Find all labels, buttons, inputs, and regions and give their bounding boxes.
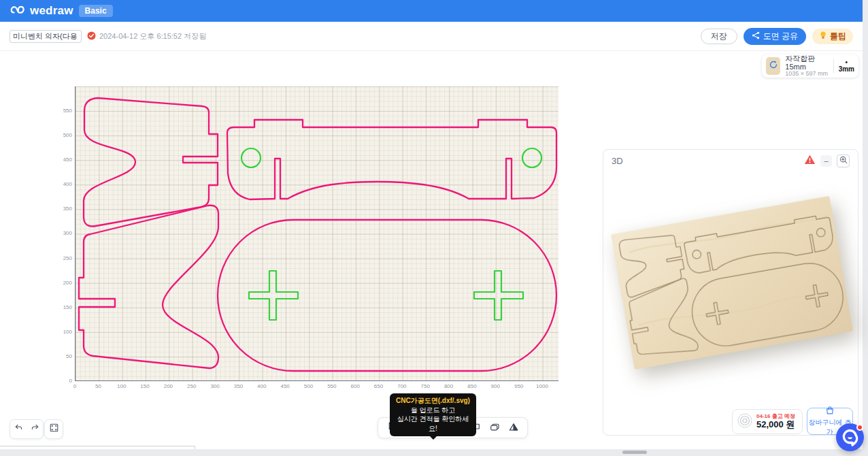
file-bar: 2024-04-12 오후 6:15:52 저장됨 저장 도면 공유 툴팁 [0, 22, 863, 51]
change-material-icon [769, 60, 778, 72]
saved-at-text: 2024-04-12 오후 6:15:52 저장됨 [99, 31, 206, 42]
board-icon [488, 421, 501, 436]
divider [833, 59, 834, 74]
y-tick-label: 0 [57, 378, 72, 384]
horizontal-scrollbar[interactable] [622, 451, 647, 454]
mirror-tool[interactable] [505, 420, 522, 436]
upload-tooltip: CNC가공도면(.dxf/.svg)을 업로드 하고 실시간 견적을 확인하세요… [390, 393, 476, 436]
tips-button-label: 툴팁 [830, 31, 846, 42]
y-tick-label: 350 [57, 206, 72, 212]
viewer-3d-panel: 3D – [603, 149, 858, 436]
brand[interactable]: wedraw [10, 3, 73, 19]
filename-input[interactable] [10, 30, 82, 43]
y-tick-label: 300 [57, 230, 72, 236]
tooltip-line2: 실시간 견적을 확인하세요! [397, 415, 469, 432]
y-tick-label: 50 [57, 353, 72, 359]
mirror-icon [507, 421, 520, 436]
chat-smile-icon [841, 428, 858, 449]
tips-button[interactable]: 툴팁 [812, 29, 853, 44]
shopping-bag-icon [825, 406, 835, 417]
share-icon [752, 31, 760, 42]
plywood-rings-icon [737, 413, 752, 431]
brand-name: wedraw [30, 4, 73, 18]
x-axis-labels: 0501001502002503003504004505005506006507… [75, 383, 559, 391]
chat-widget-button[interactable] [836, 423, 864, 451]
y-tick-label: 100 [57, 329, 72, 335]
bit-thickness-value: 3mm [839, 66, 854, 73]
lightbulb-icon [819, 31, 827, 42]
share-button-label: 도면 공유 [763, 31, 798, 42]
x-tick-label: 850 [467, 383, 476, 389]
y-tick-label: 550 [57, 108, 72, 114]
history-controls [10, 419, 44, 439]
share-drawing-button[interactable]: 도면 공유 [744, 28, 806, 45]
drawing-canvas[interactable] [75, 86, 558, 381]
save-status: 2024-04-12 오후 6:15:52 저장됨 [87, 31, 206, 42]
zoom-in-button[interactable] [837, 154, 850, 167]
y-tick-label: 200 [57, 280, 72, 286]
x-tick-label: 550 [327, 383, 336, 389]
wedraw-logo-icon [10, 3, 26, 19]
fit-view-button[interactable] [44, 419, 63, 439]
magnifier-plus-icon [839, 154, 848, 167]
x-tick-label: 650 [374, 383, 383, 389]
x-tick-label: 950 [514, 383, 523, 389]
x-tick-label: 50 [95, 383, 101, 389]
tooltip-rest: 을 업로드 하고 [411, 406, 456, 414]
material-name: 자작합판 15mm [785, 54, 829, 71]
x-tick-label: 600 [351, 383, 360, 389]
y-tick-label: 250 [57, 255, 72, 261]
bit-thickness: • 3mm [839, 59, 854, 73]
y-tick-label: 500 [57, 132, 72, 138]
material-thumbnail [766, 57, 780, 75]
x-tick-label: 150 [140, 383, 149, 389]
x-tick-label: 350 [234, 383, 243, 389]
x-tick-label: 0 [73, 383, 76, 389]
x-tick-label: 100 [117, 383, 126, 389]
y-tick-label: 400 [57, 181, 72, 187]
tooltip-highlight: CNC가공도면(.dxf/.svg) [396, 397, 470, 404]
x-tick-label: 450 [280, 383, 289, 389]
plywood-board-image [610, 194, 855, 370]
x-tick-label: 200 [164, 383, 173, 389]
undo-icon[interactable] [14, 423, 24, 436]
material-chip[interactable]: 자작합판 15mm 1035 × 597 mm • 3mm [762, 54, 858, 78]
app-window: wedraw Basic 2024-04-12 오후 6:15:52 저장됨 저… [0, 0, 863, 449]
x-tick-label: 800 [444, 383, 453, 389]
y-axis-labels: 050100150200250300350400450500550 [57, 86, 72, 381]
chat-notification-dot [856, 424, 863, 431]
x-tick-label: 700 [397, 383, 406, 389]
redo-icon[interactable] [30, 423, 40, 436]
x-tick-label: 1000 [536, 383, 548, 389]
x-tick-label: 900 [491, 383, 500, 389]
board-tool[interactable] [486, 420, 503, 436]
price-value: 52,000 원 [756, 420, 795, 430]
plan-badge: Basic [79, 5, 113, 17]
y-tick-label: 150 [57, 304, 72, 310]
quote-box: 04-16 출고 예정 52,000 원 [732, 409, 803, 434]
x-tick-label: 250 [187, 383, 196, 389]
minimize-button[interactable]: – [820, 155, 832, 167]
cnc-drawing [76, 86, 559, 381]
material-dimensions: 1035 × 597 mm [785, 71, 829, 78]
viewer-3d-title: 3D [612, 156, 623, 166]
saved-check-icon [87, 31, 96, 42]
x-tick-label: 750 [421, 383, 430, 389]
warning-icon[interactable] [804, 154, 816, 167]
render-3d-preview[interactable] [620, 197, 844, 368]
app-header: wedraw Basic [0, 0, 863, 22]
page-bottom-strip [0, 449, 868, 456]
x-tick-label: 300 [210, 383, 219, 389]
y-tick-label: 450 [57, 157, 72, 163]
fit-view-icon [49, 423, 59, 436]
x-tick-label: 400 [257, 383, 266, 389]
x-tick-label: 500 [304, 383, 313, 389]
save-button[interactable]: 저장 [701, 29, 737, 44]
